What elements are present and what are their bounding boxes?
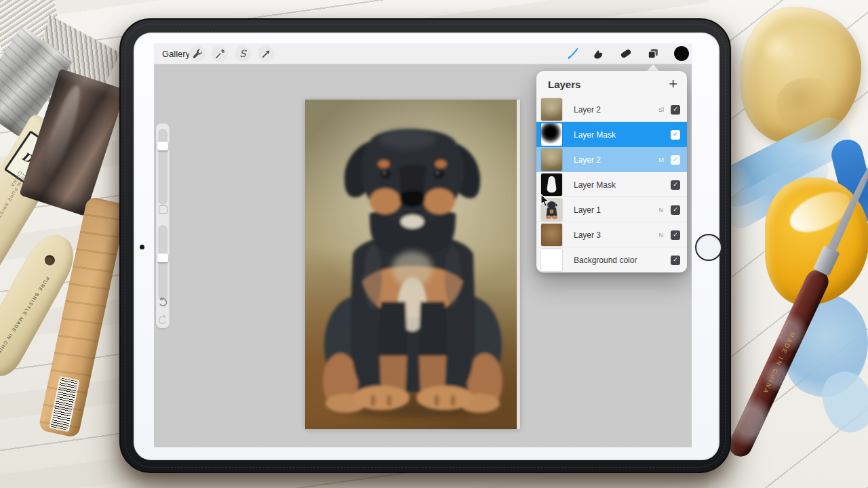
- undo-button[interactable]: [157, 296, 169, 308]
- layer-thumbnail[interactable]: [541, 148, 562, 171]
- layer-visibility-checkbox[interactable]: ✓: [671, 230, 680, 240]
- check-icon: ✓: [673, 182, 678, 188]
- smudge-finger-icon: [592, 47, 606, 60]
- paint-button[interactable]: [565, 45, 581, 62]
- brush-opacity-handle[interactable]: [157, 253, 168, 262]
- artwork-canvas[interactable]: [305, 100, 520, 429]
- transform-arrow-icon: [260, 48, 272, 60]
- layer-visibility-checkbox[interactable]: ✓: [671, 155, 680, 165]
- magic-wand-icon: [214, 48, 226, 60]
- canvas-unpainted-edge: [517, 100, 520, 429]
- brush-size-slider[interactable]: [158, 129, 167, 205]
- layers-panel-title: Layers: [548, 79, 580, 90]
- blend-mode-badge[interactable]: N: [654, 231, 668, 239]
- mouse-cursor: [540, 194, 550, 210]
- blend-mode-badge[interactable]: Sl: [654, 106, 668, 113]
- layer-row[interactable]: Layer 3 N ✓: [536, 222, 687, 247]
- layer-visibility-checkbox[interactable]: ✓: [671, 180, 680, 190]
- layers-icon: [646, 47, 660, 60]
- layer-row[interactable]: Layer 2 Sl ✓: [536, 97, 687, 122]
- actions-button[interactable]: [189, 45, 205, 62]
- background-color-thumbnail[interactable]: [541, 249, 562, 271]
- eraser-icon: [619, 47, 633, 60]
- ipad-bezel: Gallery: [134, 33, 719, 460]
- brush-opacity-slider[interactable]: [158, 225, 167, 301]
- layer-name: Layer Mask: [574, 180, 654, 190]
- add-layer-button[interactable]: +: [669, 77, 677, 92]
- brush-sidebar: [156, 123, 170, 328]
- paint-brush-icon: [566, 47, 580, 60]
- undo-arrow-icon: [157, 296, 169, 308]
- smudge-button[interactable]: [591, 45, 607, 62]
- layer-thumbnail[interactable]: [541, 224, 562, 246]
- puppy-painting: [305, 100, 520, 429]
- layers-button[interactable]: [645, 45, 661, 62]
- modify-button[interactable]: [159, 205, 167, 214]
- layer-name: Layer 3: [574, 230, 654, 240]
- wrench-icon: [192, 48, 203, 60]
- barcode-sticker: [50, 378, 78, 430]
- layer-mask-thumbnail[interactable]: [541, 123, 562, 146]
- layer-name: Layer Mask: [574, 130, 654, 140]
- layers-panel-header: Layers +: [536, 71, 687, 97]
- layer-row[interactable]: Layer Mask ✓: [536, 172, 687, 197]
- layer-row-selected[interactable]: Layer Mask ✓: [536, 122, 687, 147]
- brush-size-handle[interactable]: [157, 142, 168, 150]
- handle-hang-hole: [43, 253, 56, 267]
- layer-visibility-checkbox[interactable]: ✓: [671, 130, 680, 140]
- erase-button[interactable]: [618, 45, 634, 62]
- layer-visibility-checkbox[interactable]: ✓: [671, 205, 680, 215]
- ipad-case: Gallery: [119, 18, 731, 473]
- procreate-screen: Gallery: [154, 43, 692, 447]
- check-icon: ✓: [673, 157, 678, 163]
- check-icon: ✓: [673, 207, 678, 213]
- check-icon: ✓: [673, 232, 678, 238]
- redo-arrow-icon: [157, 313, 169, 325]
- layer-name: Layer 2: [574, 105, 654, 115]
- layer-name: Layer 1: [574, 205, 654, 215]
- background-color-row[interactable]: Background color ✓: [536, 247, 687, 272]
- blend-mode-badge[interactable]: N: [654, 206, 668, 214]
- layer-visibility-checkbox[interactable]: ✓: [671, 105, 680, 115]
- front-camera: [140, 245, 144, 249]
- layer-row-selected-secondary[interactable]: Layer 2 M ✓: [536, 147, 687, 172]
- gallery-button[interactable]: Gallery: [162, 49, 190, 59]
- layer-row[interactable]: Layer 1 N ✓: [536, 197, 687, 222]
- layer-name: Background color: [574, 256, 654, 265]
- layer-name: Layer 2: [574, 155, 654, 165]
- redo-button[interactable]: [157, 313, 169, 325]
- scene: Dry 100% PURE BRISTLE MADE IN CHINA PURE…: [0, 0, 868, 488]
- transform-button[interactable]: [258, 45, 274, 62]
- check-icon: ✓: [673, 257, 678, 263]
- dog-mask-thumbnail-image: [541, 174, 562, 196]
- check-icon: ✓: [673, 106, 678, 113]
- blend-mode-badge[interactable]: M: [654, 156, 668, 163]
- layer-thumbnail[interactable]: [541, 98, 562, 121]
- color-swatch-button[interactable]: [674, 46, 689, 61]
- layer-mask-thumbnail[interactable]: [541, 174, 562, 196]
- layer-visibility-checkbox[interactable]: ✓: [671, 256, 680, 265]
- selection-s-icon: S: [239, 49, 246, 58]
- layers-panel: Layers + Layer 2 Sl ✓ Layer Mask ✓: [536, 71, 687, 272]
- home-button[interactable]: [695, 234, 722, 261]
- check-icon: ✓: [673, 131, 678, 138]
- selection-button[interactable]: S: [235, 45, 251, 62]
- adjustments-button[interactable]: [212, 45, 228, 62]
